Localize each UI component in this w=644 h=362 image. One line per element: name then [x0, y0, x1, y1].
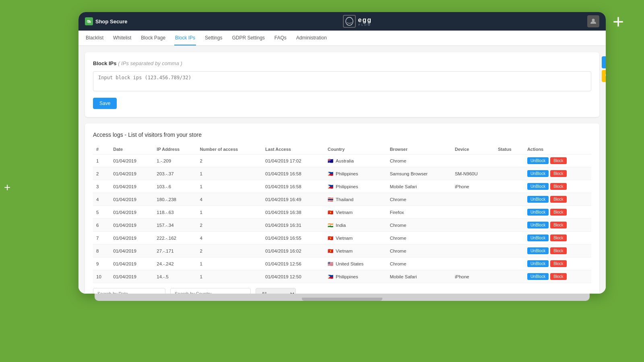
col-ip: IP Address [153, 144, 196, 154]
nav-item-blacklist[interactable]: Blacklist [85, 31, 104, 45]
cell-country: 🇦🇺 Australia [324, 154, 386, 167]
cell-num: 3 [93, 180, 110, 193]
search-date-input[interactable] [93, 288, 165, 294]
search-country-input[interactable] [170, 288, 251, 294]
cell-ip: 118.-.63 [153, 206, 196, 219]
table-row: 9 01/04/2019 24.-.242 1 01/04/2019 12:56… [93, 257, 591, 270]
cell-device [452, 245, 495, 257]
svg-point-0 [346, 17, 353, 25]
cell-device: iPhone [452, 180, 495, 193]
user-avatar[interactable] [587, 15, 599, 27]
nav-item-blockips[interactable]: Block IPs [174, 31, 196, 45]
block-button[interactable]: Block [550, 260, 566, 267]
unblock-button[interactable]: UnBlock [527, 157, 549, 164]
cell-access-count: 1 [196, 167, 262, 180]
cell-date: 01/04/2019 [110, 219, 153, 232]
block-button[interactable]: Block [550, 247, 566, 254]
block-ips-card: Block IPs ( IPs separated by comma ) Sav… [85, 52, 599, 117]
nav-item-administration[interactable]: Administration [295, 31, 328, 45]
col-status: Status [495, 144, 524, 154]
table-row: 8 01/04/2019 27.-.171 2 01/04/2019 16:02… [93, 245, 591, 257]
cell-ip: 180.-.238 [153, 193, 196, 206]
cell-access-count: 1 [196, 180, 262, 193]
block-button[interactable]: Block [550, 170, 566, 177]
cell-date: 01/04/2019 [110, 180, 153, 193]
block-button[interactable]: Block [550, 157, 566, 164]
unblock-button[interactable]: UnBlock [527, 247, 549, 254]
cell-access-count: 1 [196, 206, 262, 219]
cell-actions: UnBlock Block [524, 219, 591, 232]
block-button[interactable]: Block [550, 234, 566, 241]
bg-plus-left: + [4, 181, 10, 194]
nav-item-whitelist[interactable]: Whitelist [112, 31, 132, 45]
logo-sub-text: FLOW [359, 23, 372, 26]
col-device: Device [452, 144, 495, 154]
cell-date: 01/04/2019 [110, 245, 153, 257]
cell-browser: Chrome [386, 154, 452, 167]
cell-access-count: 4 [196, 232, 262, 245]
flag-icon: 🇵🇭 [328, 171, 333, 177]
logo-box-icon [343, 15, 356, 28]
table-row: 10 01/04/2019 14.-.5 1 01/04/2019 12:50 … [93, 270, 591, 283]
unblock-button[interactable]: UnBlock [527, 183, 549, 190]
status-filter[interactable]: All [256, 288, 296, 294]
cell-browser: Chrome [386, 245, 452, 257]
cell-status [495, 270, 524, 283]
block-button[interactable]: Block [550, 222, 566, 228]
access-logs-card: Access logs - List of visitors from your… [85, 123, 599, 294]
nav-item-faqs[interactable]: FAQs [274, 31, 287, 45]
cell-access-count: 2 [196, 245, 262, 257]
block-button[interactable]: Block [550, 196, 566, 203]
brand: 🛍 Shop Secure [85, 17, 127, 25]
nav-item-blockpage[interactable]: Block Page [140, 31, 166, 45]
block-ips-input[interactable] [93, 71, 591, 91]
nav-item-gdpr[interactable]: GDPR Settings [231, 31, 265, 45]
cell-ip: 222.-.162 [153, 232, 196, 245]
col-date: Date [110, 144, 153, 154]
unblock-button[interactable]: UnBlock [527, 170, 549, 177]
flag-icon: 🇻🇳 [328, 248, 333, 254]
cell-actions: UnBlock Block [524, 232, 591, 245]
cell-device [452, 193, 495, 206]
unblock-button[interactable]: UnBlock [527, 209, 549, 216]
country-name: Philippines [336, 184, 358, 189]
bg-plus-top-right: + [613, 12, 624, 31]
unblock-button[interactable]: UnBlock [527, 222, 549, 228]
table-row: 6 01/04/2019 157.-.34 2 01/04/2019 16:31… [93, 219, 591, 232]
unblock-button[interactable]: UnBlock [527, 260, 549, 267]
cell-date: 01/04/2019 [110, 206, 153, 219]
save-button[interactable]: Save [93, 98, 117, 109]
cell-date: 01/04/2019 [110, 270, 153, 283]
block-button[interactable]: Block [550, 209, 566, 216]
cell-last-access: 01/04/2019 16:55 [262, 232, 324, 245]
unblock-button[interactable]: UnBlock [527, 273, 549, 280]
logo-main-text: egg [358, 17, 372, 23]
heart-side-button[interactable] [602, 70, 606, 82]
unblock-button[interactable]: UnBlock [527, 196, 549, 203]
block-button[interactable]: Block [550, 183, 566, 190]
flag-icon: 🇻🇳 [328, 210, 333, 215]
country-name: United States [336, 261, 363, 266]
secondary-nav: Blacklist Whitelist Block Page Block IPs… [78, 31, 606, 46]
nav-item-settings[interactable]: Settings [204, 31, 223, 45]
cell-date: 01/04/2019 [110, 167, 153, 180]
cell-browser: Firefox [386, 206, 452, 219]
cell-num: 4 [93, 193, 110, 206]
cell-country: 🇺🇸 United States [324, 257, 386, 270]
cell-status [495, 167, 524, 180]
cell-actions: UnBlock Block [524, 154, 591, 167]
block-button[interactable]: Block [550, 273, 566, 280]
side-buttons [602, 56, 606, 82]
brand-icon: 🛍 [85, 17, 93, 25]
cell-last-access: 01/04/2019 16:49 [262, 193, 324, 206]
cell-last-access: 01/04/2019 16:58 [262, 167, 324, 180]
table-row: 7 01/04/2019 222.-.162 4 01/04/2019 16:5… [93, 232, 591, 245]
cell-status [495, 257, 524, 270]
flag-icon: 🇵🇭 [328, 274, 333, 280]
cell-status [495, 180, 524, 193]
cell-country: 🇻🇳 Vietnam [324, 232, 386, 245]
cell-last-access: 01/04/2019 17:02 [262, 154, 324, 167]
unblock-button[interactable]: UnBlock [527, 234, 549, 241]
chat-side-button[interactable] [602, 56, 606, 68]
cell-actions: UnBlock Block [524, 270, 591, 283]
